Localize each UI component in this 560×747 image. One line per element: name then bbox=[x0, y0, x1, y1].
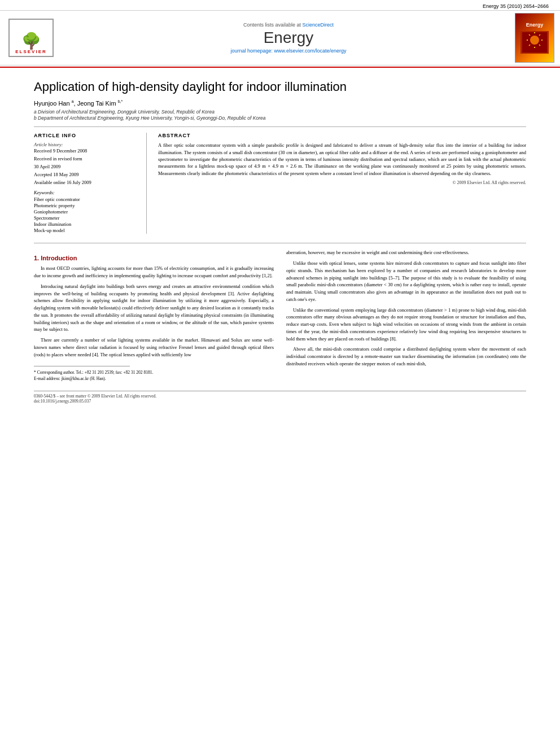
body-para-2: Introducing natural daylight into buildi… bbox=[34, 283, 274, 333]
journal-cover-image: Energy bbox=[515, 13, 554, 63]
paper-content: Application of high-density daylight for… bbox=[0, 68, 560, 415]
footnote-divider bbox=[34, 366, 130, 366]
section1-title: 1. Introduction bbox=[34, 255, 274, 261]
article-history-label: Article history: bbox=[34, 142, 138, 147]
copyright: © 2009 Elsevier Ltd. All rights reserved… bbox=[158, 180, 526, 185]
logo-box: 🌳 ELSEVIER bbox=[8, 19, 54, 57]
elsevier-wordmark: ELSEVIER bbox=[15, 49, 47, 54]
abstract-text: A fiber optic solar concentrator system … bbox=[158, 142, 526, 177]
body-col-right: aberration, however, may be excessive in… bbox=[286, 249, 526, 382]
journal-banner: 🌳 ELSEVIER Contents lists available at S… bbox=[0, 10, 560, 65]
article-info-header: ARTICLE INFO bbox=[34, 133, 138, 138]
article-info: ARTICLE INFO Article history: Received 9… bbox=[34, 133, 147, 234]
body-para-col2-3: Unlike the conventional system employing… bbox=[286, 307, 526, 343]
abstract-header: ABSTRACT bbox=[158, 133, 526, 138]
journal-meta: Energy 35 (2010) 2654–2666 bbox=[0, 2, 560, 10]
body-para-3: There are currently a number of solar li… bbox=[34, 337, 274, 358]
journal-meta-text: Energy 35 (2010) 2654–2666 bbox=[483, 3, 549, 9]
keyword-6: Mock-up model bbox=[34, 228, 138, 233]
body-para-col2-2: Unlike those with optical lenses, some s… bbox=[286, 260, 526, 303]
journal-center: Contents lists available at ScienceDirec… bbox=[62, 22, 515, 54]
accepted-date: Accepted 18 May 2009 bbox=[34, 172, 138, 177]
keyword-2: Photometric property bbox=[34, 203, 138, 208]
journal-title: Energy bbox=[264, 29, 314, 47]
keywords-title: Keywords: bbox=[34, 190, 138, 195]
info-abstract-section: ARTICLE INFO Article history: Received 9… bbox=[34, 133, 526, 234]
body-para-col2-1: aberration, however, may be excessive in… bbox=[286, 249, 526, 256]
affil-b: b Department of Architectural Engineerin… bbox=[34, 115, 526, 121]
received-revised-date: 30 April 2009 bbox=[34, 164, 138, 169]
received-revised-label: Received in revised form bbox=[34, 156, 138, 161]
tree-icon: 🌳 bbox=[21, 33, 41, 49]
divider-1 bbox=[34, 126, 526, 127]
keyword-3: Goniophotometer bbox=[34, 209, 138, 215]
sciencedirect-anchor[interactable]: ScienceDirect bbox=[303, 22, 334, 28]
paper-title: Application of high-density daylight for… bbox=[34, 79, 526, 95]
sciencedirect-link: Contents lists available at ScienceDirec… bbox=[243, 22, 334, 28]
keyword-5: Indoor illumination bbox=[34, 221, 138, 227]
author-names: Hyunjoo Han a, Jeong Tai Kim b,* bbox=[34, 100, 123, 107]
divider-2 bbox=[34, 243, 526, 243]
available-date: Available online 16 July 2009 bbox=[34, 180, 138, 185]
keyword-4: Spectrometer bbox=[34, 215, 138, 221]
received-date: Received 9 December 2008 bbox=[34, 148, 138, 154]
svg-point-1 bbox=[530, 36, 539, 45]
body-para-col2-4: Above all, the mini-dish concentrators c… bbox=[286, 346, 526, 367]
journal-header: Energy 35 (2010) 2654–2666 🌳 ELSEVIER Co… bbox=[0, 0, 560, 68]
body-col-left: 1. Introduction In most OECD countries, … bbox=[34, 249, 274, 382]
abstract-section: ABSTRACT A fiber optic solar concentrato… bbox=[158, 133, 526, 234]
authors: Hyunjoo Han a, Jeong Tai Kim b,* bbox=[34, 100, 526, 107]
elsevier-logo: 🌳 ELSEVIER bbox=[6, 19, 56, 57]
body-section: 1. Introduction In most OECD countries, … bbox=[34, 249, 526, 382]
footer-doi: doi:10.1016/j.energy.2009.05.037 bbox=[34, 399, 526, 404]
footnote-star: * Corresponding author. Tel.: +82 31 201… bbox=[34, 370, 274, 376]
footer: 0360-5442/$ – see front matter © 2009 El… bbox=[34, 391, 526, 404]
footnote-email: E-mail address: jkim@khu.ac.kr (H. Han). bbox=[34, 376, 274, 382]
keyword-1: Fiber optic concentrator bbox=[34, 196, 138, 202]
body-para-1: In most OECD countries, lighting account… bbox=[34, 265, 274, 279]
affil-a: a Division of Architectural Engineering,… bbox=[34, 109, 526, 115]
journal-homepage: journal homepage: www.elsevier.com/locat… bbox=[230, 48, 346, 54]
footer-issn: 0360-5442/$ – see front matter © 2009 El… bbox=[34, 394, 526, 399]
